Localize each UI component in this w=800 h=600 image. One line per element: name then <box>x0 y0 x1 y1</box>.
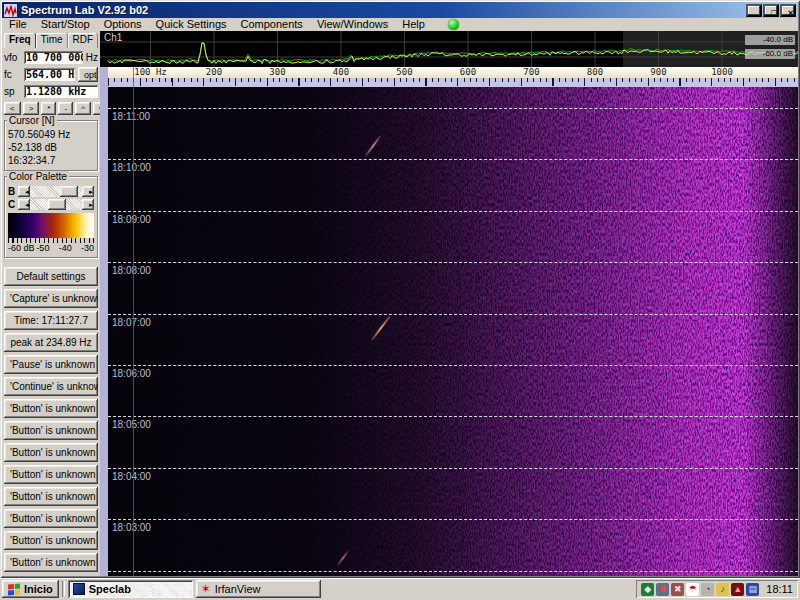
frequency-tick-label: 100 Hz <box>134 67 167 78</box>
frequency-nav-button[interactable]: < <box>4 102 21 115</box>
panel-button[interactable]: 'Button' is unknown <box>4 443 98 462</box>
panel-button[interactable]: 'Button' is unknown <box>4 465 98 484</box>
panel-button[interactable]: 'Button' is unknown <box>4 421 98 440</box>
opt-button[interactable]: opt <box>78 67 98 82</box>
task-button[interactable]: ✶ IrfanView <box>196 580 321 598</box>
time-label: 18:11:00 <box>112 111 150 122</box>
update-arrow-icon[interactable]: ▲ <box>731 583 744 596</box>
status-led-icon <box>448 19 459 30</box>
contrast-label: C <box>8 199 16 210</box>
avira-umbrella-icon[interactable]: ☂ <box>686 583 699 596</box>
titlebar[interactable]: Spectrum Lab V2.92 b02 _□× <box>2 2 798 18</box>
panel-button[interactable]: 'Button' is unknown <box>4 509 98 528</box>
brightness-scrollbar[interactable]: ◄ ► <box>18 186 94 197</box>
panel-button[interactable]: 'Continue' is unknown <box>4 377 98 396</box>
time-gridline: 18:03:00 <box>108 519 798 534</box>
taskbar-divider <box>62 581 65 597</box>
panel-button[interactable]: Default settings <box>4 267 98 286</box>
minimize-button[interactable]: _ <box>746 4 762 17</box>
panel-tab[interactable]: Freq <box>4 33 36 48</box>
waterfall-display[interactable]: 18:11:00 18:10:00 18:09:00 18:08:00 18:0… <box>108 87 798 576</box>
windows-logo-icon <box>8 583 20 595</box>
window-title: Spectrum Lab V2.92 b02 <box>21 4 745 16</box>
frequency-tick-label: 500 <box>396 67 412 78</box>
time-gridline: 18:07:00 <box>108 314 798 329</box>
contrast-thumb[interactable] <box>48 199 66 210</box>
frequency-tick-label: 800 <box>587 67 603 78</box>
task-button[interactable]: Speclab <box>68 580 193 598</box>
volume-icon[interactable]: ♪ <box>716 583 729 596</box>
contrast-scrollbar[interactable]: ◄ ► <box>18 199 94 210</box>
menu-item[interactable]: Help <box>395 18 432 31</box>
control-panel: FreqTimeRDF vfo 10 700 000 Hz fc 564.00 … <box>2 31 100 576</box>
fc-label: fc <box>4 69 21 80</box>
menu-item[interactable]: Components <box>234 18 310 31</box>
time-gridline: 18:04:00 <box>108 468 798 483</box>
programmable-buttons: Default settings'Capture' is unknownTime… <box>4 267 98 572</box>
frequency-scale: 100 Hz2003004005006007008009001000 <box>108 67 798 78</box>
panel-tab[interactable]: RDF <box>68 33 99 48</box>
panel-button[interactable]: 'Button' is unknown <box>4 531 98 550</box>
frequency-ruler <box>108 78 798 87</box>
scroll-right-icon[interactable]: ► <box>82 199 94 210</box>
sp-input[interactable]: 1.1280 kHz <box>24 85 98 98</box>
spectrum-display-area: Ch1 -40.0 dB -60.0 dB 100 Hz200300400500… <box>100 31 798 576</box>
menu-item[interactable]: File <box>2 18 34 31</box>
panel-button[interactable]: 'Button' is unknown <box>4 399 98 418</box>
device-error-icon[interactable]: ✖ <box>671 583 684 596</box>
frequency-nav-button[interactable]: - <box>58 102 73 115</box>
frequency-tick-label: 700 <box>523 67 539 78</box>
panel-tab[interactable]: Time <box>36 33 68 48</box>
panel-button[interactable]: Time: 17:11:27.7 <box>4 311 98 330</box>
channel-label: Ch1 <box>104 32 122 43</box>
scroll-right-icon[interactable]: ► <box>82 186 94 197</box>
time-label: 18:09:00 <box>112 214 151 225</box>
menu-item[interactable]: View/Windows <box>310 18 395 31</box>
sp-row: sp 1.1280 kHz <box>4 85 98 98</box>
display-settings-icon[interactable]: ▤ <box>746 583 759 596</box>
start-button[interactable]: Inicio <box>2 580 59 598</box>
brightness-slider-row: B ◄ ► <box>8 186 94 197</box>
frequency-nav-button[interactable]: > <box>23 102 40 115</box>
palette-scale-labels: -60 dB -50 -40 -30 <box>8 243 94 254</box>
task-button-label: IrfanView <box>215 583 261 595</box>
panel-button[interactable]: 'Button' is unknown <box>4 553 98 572</box>
network-error-icon[interactable]: ✖ <box>656 583 669 596</box>
time-label: 18:06:00 <box>112 368 151 379</box>
time-label: 18:07:00 <box>112 317 151 328</box>
frequency-nav-button[interactable]: ^ <box>75 102 91 115</box>
frequency-tick-label: 300 <box>269 67 285 78</box>
close-button[interactable]: × <box>780 4 796 17</box>
contrast-slider-row: C ◄ ► <box>8 199 94 210</box>
antivirus-shield-icon[interactable]: ◆ <box>641 583 654 596</box>
color-palette-groupbox: Color Palette B ◄ ► C <box>4 176 98 258</box>
menu-item[interactable]: Start/Stop <box>34 18 97 31</box>
frequency-nav-button[interactable]: * <box>41 102 56 115</box>
panel-button[interactable]: 'Capture' is unknown <box>4 289 98 308</box>
brightness-thumb[interactable] <box>60 186 78 197</box>
taskbar-clock[interactable]: 18:11 <box>766 583 793 595</box>
panel-button[interactable]: 'Pause' is unknown <box>4 355 98 374</box>
start-button-label: Inicio <box>24 583 53 595</box>
db-lower-label: -60.0 dB <box>745 49 795 59</box>
time-gridline <box>108 571 798 572</box>
frequency-tick-label: 1000 <box>711 67 733 78</box>
brightness-track[interactable] <box>30 186 82 197</box>
panel-button[interactable]: peak at 234.89 Hz <box>4 333 98 352</box>
time-gridline: 18:05:00 <box>108 416 798 431</box>
fc-input[interactable]: 564.00 Hz <box>24 68 75 81</box>
restore-button[interactable]: □ <box>763 4 779 17</box>
vfo-unit: Hz <box>86 52 98 63</box>
spectrum-lab-window: Spectrum Lab V2.92 b02 _□× FileStart/Sto… <box>0 0 800 578</box>
panel-button[interactable]: 'Button' is unknown <box>4 487 98 506</box>
scheduler-icon[interactable]: ◔ <box>701 583 714 596</box>
menu-item[interactable]: Quick Settings <box>149 18 234 31</box>
scroll-left-icon[interactable]: ◄ <box>18 199 30 210</box>
menu-item[interactable]: Options <box>97 18 149 31</box>
spectrum-graph[interactable]: Ch1 -40.0 dB -60.0 dB <box>100 31 798 67</box>
brightness-label: B <box>8 186 16 197</box>
contrast-track[interactable] <box>30 199 82 210</box>
time-label: 18:05:00 <box>112 419 151 430</box>
vfo-input[interactable]: 10 700 000 <box>24 51 83 64</box>
scroll-left-icon[interactable]: ◄ <box>18 186 30 197</box>
